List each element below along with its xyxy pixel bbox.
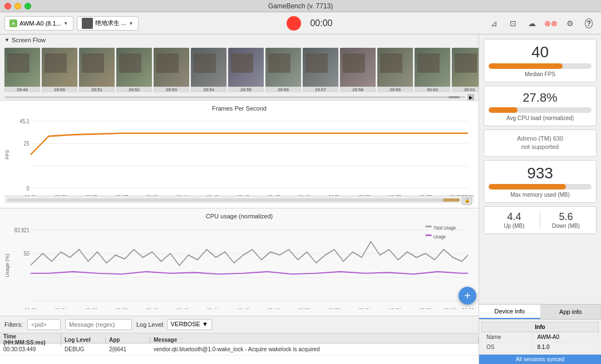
thumbnail-timestamp: 30:00 — [415, 87, 450, 92]
thumbnail-item[interactable]: 29:59 — [377, 48, 413, 92]
fps-scrollbar-thumb[interactable] — [443, 198, 460, 202]
fps-stat-block: 40 Median FPS — [484, 39, 597, 82]
svg-text:29:33: 29:33 — [55, 194, 67, 196]
thumbnails-scrollbar[interactable]: ▶ — [0, 94, 479, 100]
cpu-stat-value: 27.8% — [489, 91, 592, 105]
delete-button[interactable] — [505, 16, 521, 31]
svg-text:29:39: 29:39 — [146, 194, 158, 196]
question-icon — [585, 19, 593, 28]
log-level-select: Log Level: VERBOSE ▼ — [136, 319, 212, 330]
help-button[interactable] — [581, 16, 597, 31]
log-header-level: Log Level — [61, 337, 106, 343]
thumbnail-item[interactable]: 29:51 — [79, 48, 115, 92]
thumbnail-item[interactable]: 29:56 — [265, 48, 301, 92]
screen-flow-collapse-arrow[interactable]: ▼ — [4, 37, 9, 43]
android-icon: ▲ — [9, 19, 17, 27]
thumbnail-item[interactable]: 29:55 — [228, 48, 264, 92]
thumbnail-image — [191, 48, 226, 87]
svg-text:29:35: 29:35 — [85, 194, 97, 196]
thumbnail-image — [415, 48, 450, 87]
thumbnail-image — [452, 48, 479, 87]
svg-text:29:41: 29:41 — [176, 194, 189, 196]
minimize-traffic-light[interactable] — [14, 3, 21, 9]
cloud-button[interactable] — [524, 16, 540, 31]
main-layout: ▼ Screen Flow 29:49 29:50 29:51 29:52 29… — [0, 34, 601, 364]
info-key-os: OS — [482, 342, 533, 352]
cpu-chart-title: CPU usage (normalized) — [4, 213, 474, 220]
maximize-traffic-light[interactable] — [24, 3, 31, 9]
record-button[interactable] — [287, 16, 301, 31]
thumbnail-item[interactable]: 30:01 — [452, 48, 479, 92]
close-traffic-light[interactable] — [4, 3, 11, 9]
thumbnail-item[interactable]: 29:57 — [303, 48, 338, 92]
svg-text:29:54: 29:54 — [358, 307, 371, 309]
log-level-dropdown[interactable]: VERBOSE ▼ — [167, 319, 212, 330]
synced-status-bar: All sessions synced — [479, 355, 601, 364]
power-button[interactable] — [543, 16, 559, 31]
screen-flow-title: Screen Flow — [12, 37, 46, 43]
upload-stat-label: Up (MB) — [489, 223, 540, 229]
svg-text:30:02: 30:02 — [462, 307, 474, 309]
pid-filter-input[interactable] — [27, 319, 61, 330]
game-icon — [82, 18, 93, 29]
thumbnail-item[interactable]: 29:50 — [42, 48, 77, 92]
fps-chart-scrollbar[interactable]: 🔒 — [4, 196, 474, 203]
svg-text:83.921: 83.921 — [14, 226, 29, 233]
thumbnail-timestamp: 29:56 — [265, 87, 301, 92]
fps-stat-label: Median FPS — [489, 71, 592, 77]
scroll-right-button[interactable]: ▶ — [467, 94, 474, 101]
info-row-name: Name AWM-A0 — [482, 332, 599, 342]
svg-text:29:50: 29:50 — [298, 307, 310, 309]
device-info-tab[interactable]: Device info — [479, 305, 540, 319]
cpu-chart-svg: 83.921 50 Total Usage Usage — [12, 222, 474, 309]
gpu-stat-line2: not supported — [489, 143, 592, 151]
thumbnail-item[interactable]: 30:00 — [415, 48, 450, 92]
download-stat-col: 5.6 Down (MB) — [540, 211, 592, 229]
download-stat-label: Down (MB) — [540, 223, 592, 229]
svg-rect-31 — [426, 235, 432, 236]
svg-text:50: 50 — [24, 250, 29, 257]
app-info-tab[interactable]: App info — [540, 305, 602, 319]
thumbnail-image — [154, 48, 189, 87]
thumbnail-timestamp: 29:52 — [116, 87, 152, 92]
thumbnail-timestamp: 29:59 — [377, 87, 413, 92]
info-value-os: 8.1.0 — [533, 342, 599, 352]
fps-y-axis-label: FPS — [4, 114, 10, 196]
svg-text:29:34: 29:34 — [55, 307, 67, 309]
thumbnail-scrollbar-track[interactable] — [4, 96, 465, 98]
device-selector[interactable]: ▲ AWM-A0 (8.1... ▼ — [4, 16, 73, 31]
log-cell-message: vendor.qti.bluetooth@1.0-wake_lock - Acq… — [150, 346, 479, 352]
thumbnail-timestamp: 29:58 — [340, 87, 376, 92]
log-header-message: Message — [150, 337, 479, 343]
fps-scrollbar-track[interactable] — [7, 198, 460, 202]
log-level-arrow: ▼ — [202, 321, 208, 327]
thumbnail-item[interactable]: 29:53 — [154, 48, 189, 92]
settings-button[interactable] — [562, 16, 578, 31]
svg-text:29:47: 29:47 — [268, 194, 280, 196]
device-info-content: Info Name AWM-A0 OS 8.1.0 — [479, 320, 601, 355]
svg-text:0: 0 — [27, 185, 29, 192]
svg-text:29:40: 29:40 — [146, 307, 158, 309]
thumbnail-image — [340, 48, 376, 87]
thumbnail-scrollbar-thumb[interactable] — [449, 96, 460, 98]
log-level-label: Log Level: — [136, 321, 165, 328]
svg-text:29:49: 29:49 — [298, 194, 310, 196]
thumbnail-item[interactable]: 29:54 — [191, 48, 226, 92]
add-chart-button[interactable]: + — [459, 287, 476, 305]
game-dropdown-arrow: ▼ — [129, 21, 134, 26]
thumbnail-item[interactable]: 29:58 — [340, 48, 376, 92]
thumbnail-item[interactable]: 29:52 — [116, 48, 152, 92]
fps-lock-button[interactable]: 🔒 — [462, 195, 472, 205]
wifi-button[interactable] — [486, 16, 502, 31]
thumbnail-timestamp: 29:55 — [228, 87, 264, 92]
cpu-y-axis-label: Usage (%) — [4, 222, 10, 309]
game-selector[interactable]: 绝地求生 ... ▼ — [77, 16, 139, 31]
thumbnail-item[interactable]: 29:49 — [4, 48, 40, 92]
info-value-name: AWM-A0 — [533, 332, 599, 342]
cpu-chart: CPU usage (normalized) Usage (%) 83.921 — [0, 208, 479, 316]
message-filter-input[interactable] — [65, 319, 132, 330]
upload-stat-value: 4.4 — [489, 211, 540, 223]
svg-text:29:56: 29:56 — [389, 307, 401, 309]
network-stat-row: 4.4 Up (MB) 5.6 Down (MB) — [489, 211, 592, 229]
thumbnail-timestamp: 29:51 — [79, 87, 115, 92]
